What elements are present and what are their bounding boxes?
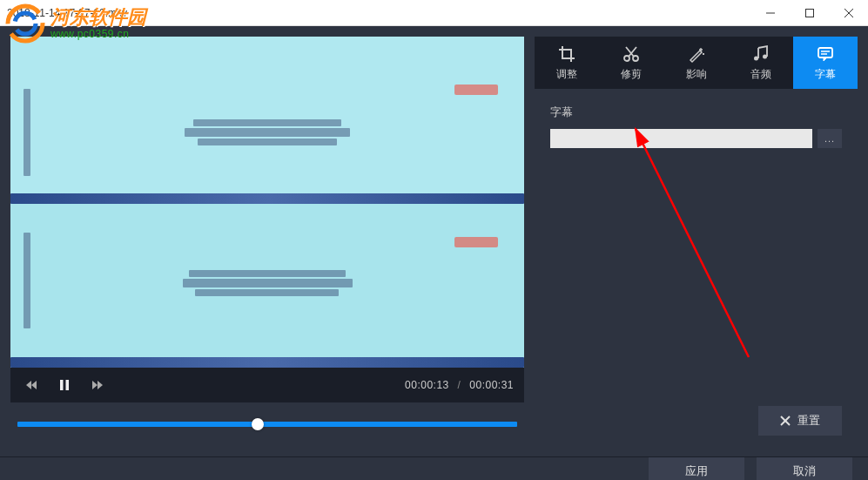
tab-subtitle[interactable]: 字幕 bbox=[793, 37, 858, 89]
tab-audio-label: 音频 bbox=[750, 67, 771, 82]
tab-bar: 调整 修剪 影响 音频 bbox=[535, 37, 858, 89]
subtitle-input-row: ... bbox=[550, 129, 842, 148]
close-x-icon bbox=[780, 416, 791, 426]
svg-point-10 bbox=[754, 56, 758, 60]
scissors-icon bbox=[622, 44, 641, 64]
svg-rect-12 bbox=[818, 48, 832, 57]
svg-rect-1 bbox=[805, 9, 813, 17]
progress-slider[interactable] bbox=[17, 422, 517, 427]
reset-button[interactable]: 重置 bbox=[758, 406, 842, 436]
subtitle-label: 字幕 bbox=[550, 105, 842, 120]
tab-adjust-label: 调整 bbox=[556, 67, 577, 82]
close-icon bbox=[844, 9, 853, 17]
tab-trim-label: 修剪 bbox=[621, 67, 642, 82]
browse-button[interactable]: ... bbox=[818, 129, 842, 148]
pause-icon bbox=[59, 379, 70, 391]
watermark-name: 河东软件园 bbox=[50, 7, 146, 28]
reset-label: 重置 bbox=[797, 413, 820, 429]
progress-handle[interactable] bbox=[252, 418, 264, 430]
progress-area bbox=[10, 402, 524, 446]
window-controls bbox=[750, 0, 868, 25]
cancel-label: 取消 bbox=[793, 463, 816, 479]
close-button[interactable] bbox=[829, 0, 868, 25]
sparkle-icon bbox=[687, 44, 706, 64]
crop-icon bbox=[557, 44, 576, 64]
main-content: 00:00:13 / 00:00:31 调整 bbox=[0, 26, 868, 456]
watermark-logo-icon bbox=[5, 3, 45, 44]
video-panel: 00:00:13 / 00:00:31 bbox=[10, 37, 524, 446]
apply-button[interactable]: 应用 bbox=[649, 457, 744, 480]
music-icon bbox=[751, 44, 770, 64]
rewind-button[interactable] bbox=[21, 375, 42, 395]
minimize-button[interactable] bbox=[750, 0, 790, 25]
bottom-bar: 应用 取消 bbox=[0, 456, 868, 480]
video-preview[interactable] bbox=[10, 37, 524, 368]
browse-label: ... bbox=[824, 133, 835, 144]
reset-row: 重置 bbox=[550, 397, 842, 436]
maximize-icon bbox=[805, 9, 814, 17]
maximize-button[interactable] bbox=[790, 0, 829, 25]
playback-controls: 00:00:13 / 00:00:31 bbox=[10, 368, 524, 402]
total-time: 00:00:31 bbox=[469, 379, 514, 391]
svg-point-11 bbox=[763, 54, 767, 58]
rewind-icon bbox=[25, 379, 37, 391]
tab-subtitle-label: 字幕 bbox=[815, 67, 836, 82]
svg-rect-6 bbox=[60, 380, 64, 390]
tab-effect-label: 影响 bbox=[686, 67, 707, 82]
minimize-icon bbox=[766, 9, 775, 17]
edit-panel: 调整 修剪 影响 音频 bbox=[535, 37, 858, 446]
pause-button[interactable] bbox=[54, 375, 75, 395]
watermark: 河东软件园 www.pc0359.cn bbox=[0, 0, 151, 47]
apply-label: 应用 bbox=[685, 463, 708, 479]
forward-icon bbox=[91, 379, 104, 391]
watermark-url: www.pc0359.cn bbox=[50, 29, 146, 40]
svg-point-5 bbox=[15, 13, 36, 34]
tab-audio[interactable]: 音频 bbox=[729, 37, 793, 89]
current-time: 00:00:13 bbox=[405, 379, 449, 391]
forward-button[interactable] bbox=[87, 375, 108, 395]
time-separator: / bbox=[453, 379, 467, 391]
tab-adjust[interactable]: 调整 bbox=[535, 37, 599, 89]
app-window: 2018-11-14 17-27-22.mkv 河东软件园 www.pc0359… bbox=[0, 0, 868, 480]
tab-trim[interactable]: 修剪 bbox=[599, 37, 663, 89]
svg-rect-7 bbox=[66, 380, 70, 390]
tab-effect[interactable]: 影响 bbox=[663, 37, 728, 89]
cancel-button[interactable]: 取消 bbox=[757, 457, 852, 480]
chat-icon bbox=[816, 44, 835, 64]
playback-time: 00:00:13 / 00:00:31 bbox=[405, 379, 514, 391]
subtitle-path-input[interactable] bbox=[550, 129, 812, 148]
subtitle-panel: 字幕 ... 重置 bbox=[535, 89, 858, 446]
